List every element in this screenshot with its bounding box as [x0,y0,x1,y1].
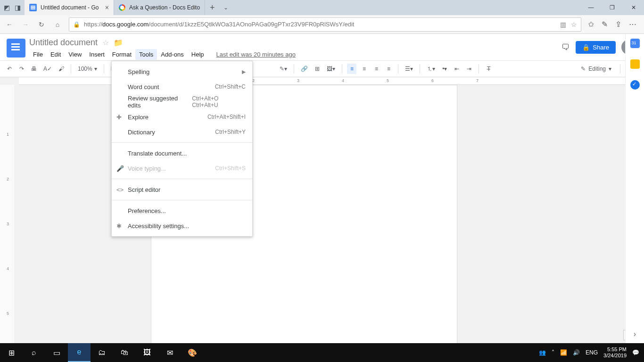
align-right-button[interactable]: ≡ [372,64,381,74]
notes-icon[interactable]: ✎ [602,20,608,29]
menuitem-dictionary[interactable]: Dictionary Ctrl+Shift+Y [112,124,252,140]
bulleted-list-button[interactable]: •▾ [440,64,449,74]
align-center-button[interactable]: ≡ [359,64,369,74]
menuitem-voice-typing: 🎤 Voice typing... Ctrl+Shift+S [112,161,252,176]
clear-formatting-button[interactable]: T̶ [484,64,493,74]
start-button[interactable]: ⊞ [0,343,23,362]
edge-taskbar-icon[interactable]: e [68,343,91,362]
volume-icon[interactable]: 🔊 [573,349,580,356]
editing-mode-select[interactable]: ✎ Editing ▾ [577,65,615,73]
clock[interactable]: 5:55 PM 3/24/2019 [603,346,627,359]
menu-view[interactable]: View [65,49,85,60]
menu-file[interactable]: File [29,49,47,60]
favorites-icon[interactable]: ✩ [588,20,594,29]
docs-favicon-icon [29,4,37,11]
lock-icon: 🔒 [73,21,80,28]
menu-edit[interactable]: Edit [47,49,65,60]
people-icon[interactable]: 👥 [539,349,546,356]
system-tray: 👥 ˄ 📶 🔊 ENG 5:55 PM 3/24/2019 💬 [534,346,644,359]
language-indicator[interactable]: ENG [586,349,598,356]
zoom-select[interactable]: 100% ▾ [76,65,99,73]
file-explorer-taskbar-icon[interactable]: 🗂 [91,343,113,362]
reading-view-icon[interactable]: ▥ [560,21,566,28]
window-controls: ― ❐ ✕ [580,0,644,15]
menuitem-spelling[interactable]: Spelling ▶ [112,64,252,79]
refresh-button[interactable]: ↻ [37,21,46,28]
star-icon[interactable]: ☆ [102,38,109,47]
spellcheck-button[interactable]: A✓ [41,64,54,74]
more-icon[interactable]: ⋯ [629,20,636,29]
document-title[interactable]: Untitled document [29,38,98,48]
favorite-star-icon[interactable]: ☆ [571,21,577,28]
hide-side-panel-icon[interactable]: › [634,330,636,338]
store-taskbar-icon[interactable]: 🛍 [113,343,136,362]
show-tabs-icon[interactable]: ◨ [15,4,21,11]
close-window-button[interactable]: ✕ [623,0,644,15]
align-left-button[interactable]: ≡ [347,64,356,74]
set-aside-tabs-icon[interactable]: ◩ [4,4,10,11]
minimize-button[interactable]: ― [580,0,602,15]
move-to-folder-icon[interactable]: 📁 [114,38,123,47]
browser-titlebar: ◩ ◨ Untitled document - Go × Ask a Quest… [0,0,644,15]
browser-tab-1[interactable]: Ask a Question - Docs Edito [114,0,205,15]
chevron-down-icon: ▾ [609,66,611,72]
mail-taskbar-icon[interactable]: ✉ [158,343,181,362]
task-view-button[interactable]: ▭ [45,343,68,362]
google-docs-app: Untitled document ☆ 📁 File Edit View Ins… [0,34,644,343]
menu-addons[interactable]: Add-ons [157,49,187,60]
vertical-ruler[interactable]: 1 2 3 4 5 6 [0,85,14,343]
insert-image-button[interactable]: 🖼▾ [325,64,337,74]
menu-format[interactable]: Format [108,49,135,60]
menuitem-explore[interactable]: ✚ Explore Ctrl+Alt+Shift+I [112,109,252,124]
maximize-button[interactable]: ❐ [602,0,623,15]
keep-addon-icon[interactable] [630,59,640,69]
increase-indent-button[interactable]: ⇥ [464,64,474,74]
menuitem-accessibility[interactable]: ✱ Accessibility settings... [112,218,252,233]
menu-insert[interactable]: Insert [85,49,108,60]
browser-tab-0[interactable]: Untitled document - Go × [25,0,114,15]
share-button[interactable]: 🔒 Share [576,41,616,54]
calendar-addon-icon[interactable] [630,39,640,48]
action-center-icon[interactable]: 💬 [632,349,639,356]
paint-taskbar-icon[interactable]: 🎨 [181,343,204,362]
tab-title: Untitled document - Go [41,4,101,11]
photos-taskbar-icon[interactable]: 🖼 [136,343,158,362]
comments-icon[interactable]: 🗨 [561,42,570,52]
docs-logo-icon[interactable] [7,39,25,58]
forward-button[interactable]: → [21,21,30,28]
print-button[interactable]: 🖶 [29,64,39,74]
insert-comment-button[interactable]: ⊞ [313,64,322,74]
paint-format-button[interactable]: 🖌 [57,64,66,74]
highlight-color-button[interactable]: ✎▾ [278,64,289,74]
menu-tools[interactable]: Tools [135,49,157,60]
menu-help[interactable]: Help [188,49,208,60]
last-edit-link[interactable]: Last edit was 20 minutes ago [216,51,296,58]
address-bar[interactable]: 🔒 https://docs.google.com/document/d/1kz… [69,17,581,32]
home-button[interactable]: ⌂ [53,21,62,28]
numbered-list-button[interactable]: ⒈▾ [425,63,437,75]
search-button[interactable]: ⌕ [23,343,45,362]
new-tab-button[interactable]: + [205,0,220,15]
menuitem-preferences[interactable]: Preferences... [112,203,252,218]
browser-right-tools: ✩ ✎ ⇪ ⋯ [588,20,639,29]
menuitem-script-editor[interactable]: <> Script editor [112,182,252,197]
tab-menu-button[interactable]: ⌄ [220,0,232,15]
undo-button[interactable]: ↶ [5,64,14,74]
decrease-indent-button[interactable]: ⇤ [452,64,462,74]
back-button[interactable]: ← [5,21,14,28]
tray-chevron-icon[interactable]: ˄ [552,349,554,356]
redo-button[interactable]: ↷ [17,64,26,74]
lock-share-icon: 🔒 [582,44,590,51]
insert-link-button[interactable]: 🔗 [299,64,310,74]
menuitem-review-suggested[interactable]: Review suggested edits Ctrl+Alt+O Ctrl+A… [112,94,252,109]
menuitem-word-count[interactable]: Word count Ctrl+Shift+C [112,79,252,94]
line-spacing-button[interactable]: ☰▾ [403,64,415,74]
document-canvas: 1 2 3 4 5 6 7 1 2 3 4 5 6 ▴ ▾ ✦ [0,77,644,343]
horizontal-ruler[interactable]: 1 2 3 4 5 6 7 [19,77,625,85]
close-tab-icon[interactable]: × [105,4,109,11]
share-browser-icon[interactable]: ⇪ [615,20,621,29]
tasks-addon-icon[interactable] [630,80,640,90]
wifi-icon[interactable]: 📶 [560,349,567,356]
align-justify-button[interactable]: ≡ [384,64,393,74]
menuitem-translate[interactable]: Translate document... [112,146,252,161]
